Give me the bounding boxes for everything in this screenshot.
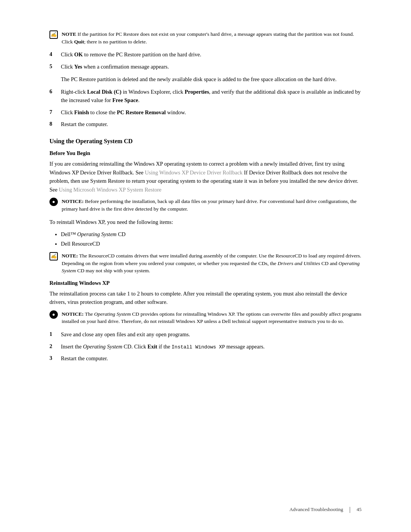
bullet-list-items: Dell™ Operating System CD Dell ResourceC… bbox=[61, 230, 362, 249]
para-delete: The PC Restore partition is deleted and … bbox=[61, 75, 362, 83]
sub-heading-before: Before You Begin bbox=[49, 150, 362, 157]
notice-box-1: ● NOTICE: Before performing the installa… bbox=[49, 198, 362, 212]
step-content-6: Right-click Local Disk (C) in Windows Ex… bbox=[61, 88, 362, 105]
step-num-b3: 3 bbox=[49, 355, 56, 361]
step-num-7: 7 bbox=[49, 109, 56, 115]
notice-label-2: NOTICE: bbox=[62, 311, 84, 317]
note-body-1: If the partition for PC Restore does not… bbox=[62, 31, 354, 45]
page-footer: Advanced Troubleshooting | 45 bbox=[290, 506, 362, 513]
bullet-item-resource-cd: Dell ResourceCD bbox=[61, 240, 362, 248]
para-to-reinstall: To reinstall Windows XP, you need the fo… bbox=[49, 218, 362, 226]
note-text-2: NOTE: The ResourceCD contains drivers th… bbox=[62, 252, 362, 275]
step-content-7: Click Finish to close the PC Restore Rem… bbox=[61, 109, 186, 117]
section-heading-os-cd: Using the Operating System CD bbox=[49, 138, 362, 145]
step-b2: 2 Insert the Operating System CD. Click … bbox=[49, 343, 362, 351]
step-content-8: Restart the computer. bbox=[61, 120, 108, 129]
link-device-driver-rollback: Using Windows XP Device Driver Rollback bbox=[145, 169, 243, 176]
step-6: 6 Right-click Local Disk (C) in Windows … bbox=[49, 88, 362, 105]
step-num-5: 5 bbox=[49, 63, 56, 70]
step-b3: 3 Restart the computer. bbox=[49, 355, 362, 363]
step-num-b2: 2 bbox=[49, 343, 56, 350]
step-4: 4 Click OK to remove the PC Restore part… bbox=[49, 51, 362, 59]
step-7: 7 Click Finish to close the PC Restore R… bbox=[49, 109, 362, 117]
para-reinstall-desc: The reinstallation process can take 1 to… bbox=[49, 289, 362, 307]
bullet-item-os-cd: Dell™ Operating System CD bbox=[61, 230, 362, 239]
para-before-you-begin: If you are considering reinstalling the … bbox=[49, 160, 362, 194]
step-num-4: 4 bbox=[49, 51, 56, 58]
notice-body-1: Before performing the installation, back… bbox=[62, 198, 357, 212]
step-5: 5 Click Yes when a confirmation message … bbox=[49, 63, 362, 71]
notice-icon-2: ● bbox=[49, 310, 58, 319]
step-content-5: Click Yes when a confirmation message ap… bbox=[61, 63, 169, 71]
note-icon-2: ✍ bbox=[49, 252, 58, 260]
note-box-1: ✍ NOTE If the partition for PC Restore d… bbox=[49, 30, 362, 45]
link-system-restore: Using Microsoft Windows XP System Restor… bbox=[59, 187, 162, 193]
step-content-4: Click OK to remove the PC Restore partit… bbox=[61, 51, 201, 59]
step-b1: 1 Save and close any open files and exit… bbox=[49, 331, 362, 339]
note-body-2: The ResourceCD contains drivers that wer… bbox=[62, 253, 361, 273]
step-content-b2: Insert the Operating System CD. Click Ex… bbox=[61, 343, 265, 351]
step-8: 8 Restart the computer. bbox=[49, 120, 362, 129]
step-content-b1: Save and close any open files and exit a… bbox=[61, 331, 190, 339]
note-label-2: NOTE: bbox=[62, 253, 78, 259]
note-label-1: NOTE bbox=[62, 31, 76, 37]
page-content: ✍ NOTE If the partition for PC Restore d… bbox=[0, 0, 411, 532]
step-content-b3: Restart the computer. bbox=[61, 355, 108, 363]
footer-separator: | bbox=[349, 506, 350, 513]
note-icon-1: ✍ bbox=[49, 30, 58, 39]
footer-page-num: 45 bbox=[357, 506, 362, 513]
notice-icon-1: ● bbox=[49, 198, 58, 206]
notice-box-2: ● NOTICE: The Operating System CD provid… bbox=[49, 310, 362, 325]
notice-label-1: NOTICE: bbox=[62, 198, 84, 204]
step-num-b1: 1 bbox=[49, 331, 56, 337]
step-num-6: 6 bbox=[49, 88, 56, 95]
footer-section-label: Advanced Troubleshooting bbox=[290, 506, 343, 513]
sub-heading-reinstalling: Reinstalling Windows XP bbox=[49, 280, 362, 286]
note-box-2: ✍ NOTE: The ResourceCD contains drivers … bbox=[49, 252, 362, 275]
note-text-1: NOTE If the partition for PC Restore doe… bbox=[62, 30, 362, 45]
notice-body-2: The Operating System CD provides options… bbox=[62, 311, 361, 324]
step-num-8: 8 bbox=[49, 120, 56, 127]
notice-text-2: NOTICE: The Operating System CD provides… bbox=[62, 310, 362, 325]
notice-text-1: NOTICE: Before performing the installati… bbox=[62, 198, 362, 212]
